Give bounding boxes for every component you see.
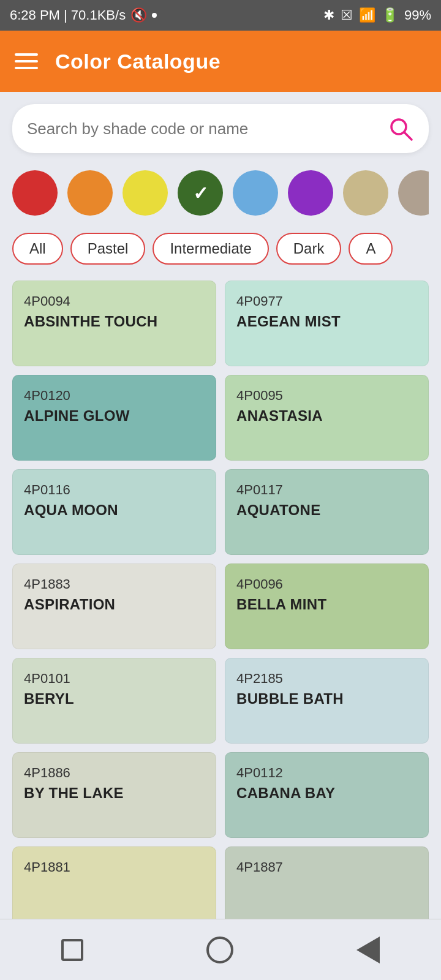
card-name: BY THE LAKE [24,785,205,802]
filter-tab-all[interactable]: All [12,233,63,265]
color-filter-circles: ✓ [12,170,429,218]
nav-home-button[interactable] [206,937,233,963]
page-title: Color Catalogue [55,50,221,74]
content-area: ✓ AllPastelIntermediateDarkA 4P0094ABSIN… [0,92,441,944]
color-card[interactable]: 4P0094ABSINTHE TOUCH [12,281,216,366]
card-code: 4P0094 [24,293,205,309]
status-left: 6:28 PM | 70.1KB/s 🔇 [10,7,157,23]
color-card[interactable]: 4P1883ASPIRATION [12,564,216,649]
color-card[interactable]: 4P0112CABANA BAY [225,752,429,838]
color-card[interactable]: 4P0101BERYL [12,658,216,744]
card-code: 4P0101 [24,671,205,687]
filter-tab-extra[interactable]: A [349,233,393,265]
checkmark-icon: ✓ [193,183,208,204]
search-input[interactable] [27,119,387,138]
filter-tab-pastel[interactable]: Pastel [70,233,146,265]
card-name: ANASTASIA [236,407,417,424]
filter-tab-dark[interactable]: Dark [276,233,342,265]
color-card[interactable]: 4P1886BY THE LAKE [12,752,216,838]
card-code: 4P0096 [236,576,417,592]
card-code: 4P0116 [24,482,205,498]
card-code: 4P2185 [236,671,417,687]
square-icon [61,939,83,961]
color-circle-orange[interactable] [67,170,113,216]
card-name: ALPINE GLOW [24,407,205,424]
color-card[interactable]: 4P0120ALPINE GLOW [12,375,216,461]
card-code: 4P0977 [236,293,417,309]
circle-icon [206,937,233,963]
svg-line-1 [404,132,412,140]
card-name: ASPIRATION [24,596,205,613]
bluetooth-icon: ✱ [323,7,334,23]
card-name: BERYL [24,690,205,707]
status-time: 6:28 PM | 70.1KB/s [10,7,126,23]
card-code: 4P1886 [24,765,205,781]
card-name: CABANA BAY [236,785,417,802]
card-code: 4P1883 [24,576,205,592]
color-card[interactable]: 4P0116AQUA MOON [12,469,216,555]
header: Color Catalogue [0,31,441,92]
card-name: BUBBLE BATH [236,690,417,707]
color-card[interactable]: 4P0095ANASTASIA [225,375,429,461]
status-right: ✱ ☒ 📶 🔋 99% [323,7,431,23]
color-circle-taupe[interactable] [398,170,429,216]
card-code: 4P0120 [24,388,205,404]
nav-back-button[interactable] [61,939,83,961]
mute-icon: 🔇 [130,7,147,23]
card-name: ABSINTHE TOUCH [24,313,205,330]
color-circle-tan[interactable] [343,170,388,216]
color-circle-red[interactable] [12,170,58,216]
color-circle-green[interactable]: ✓ [178,170,223,216]
battery-icon: 🔋 [382,7,398,23]
color-card[interactable]: 4P0096BELLA MINT [225,564,429,649]
card-code: 4P0095 [236,388,417,404]
card-code: 4P1881 [24,859,205,875]
status-dot [152,13,157,18]
nav-back-arrow-button[interactable] [356,937,380,963]
search-bar [12,104,429,153]
color-circle-yellow[interactable] [123,170,168,216]
hamburger-menu-icon[interactable] [15,53,38,69]
card-code: 4P0117 [236,482,417,498]
color-card[interactable]: 4P2185BUBBLE BATH [225,658,429,744]
color-card[interactable]: 4P0977AEGEAN MIST [225,281,429,366]
color-card[interactable]: 4P0117AQUATONE [225,469,429,555]
color-circle-blue[interactable] [233,170,278,216]
card-name: AEGEAN MIST [236,313,417,330]
card-name: AQUATONE [236,502,417,519]
card-name: BELLA MINT [236,596,417,613]
card-name: AQUA MOON [24,502,205,519]
battery-percent: 99% [404,7,431,23]
card-code: 4P1887 [236,859,417,875]
color-cards-grid: 4P0094ABSINTHE TOUCH4P0977AEGEAN MIST4P0… [12,281,429,944]
filter-tab-intermediate[interactable]: Intermediate [153,233,268,265]
status-bar: 6:28 PM | 70.1KB/s 🔇 ✱ ☒ 📶 🔋 99% [0,0,441,31]
filter-tabs: AllPastelIntermediateDarkA [12,233,429,265]
back-triangle-icon [356,937,380,963]
wifi-icon: 📶 [359,7,375,23]
card-code: 4P0112 [236,765,417,781]
nav-bar [0,919,441,980]
color-circle-purple[interactable] [288,170,333,216]
search-button[interactable] [387,115,414,142]
sim-icon: ☒ [341,7,353,23]
